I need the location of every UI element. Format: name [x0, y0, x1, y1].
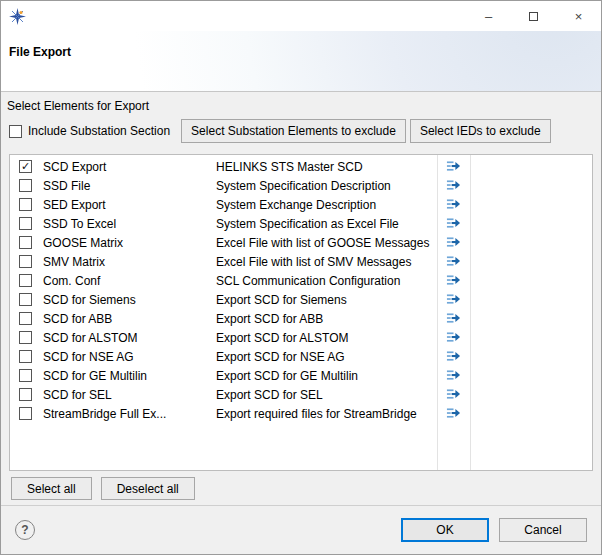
wizard-banner: File Export [1, 31, 601, 92]
row-description: System Exchange Description [216, 198, 437, 212]
ok-button[interactable]: OK [401, 518, 489, 542]
row-description: HELINKS STS Master SCD [216, 160, 437, 174]
minimize-icon[interactable]: – [466, 1, 511, 31]
page-title: File Export [9, 45, 601, 59]
close-icon[interactable]: × [556, 1, 601, 31]
row-description: Export SCD for SEL [216, 388, 437, 402]
export-icon[interactable] [446, 273, 461, 288]
export-icon[interactable] [446, 368, 461, 383]
titlebar: – × [1, 1, 601, 31]
row-checkbox[interactable] [19, 293, 32, 306]
row-name: Com. Conf [43, 274, 216, 288]
row-checkbox[interactable] [19, 407, 32, 420]
controls-row: Include Substation Section Select Substa… [9, 119, 593, 143]
row-checkbox[interactable] [19, 274, 32, 287]
export-icon[interactable] [446, 406, 461, 421]
row-description: Export SCD for ALSTOM [216, 331, 437, 345]
row-name: StreamBridge Full Ex... [43, 407, 216, 421]
export-icon[interactable] [446, 349, 461, 364]
select-all-button[interactable]: Select all [11, 477, 92, 500]
row-name: SMV Matrix [43, 255, 216, 269]
row-checkbox[interactable] [19, 179, 32, 192]
row-description: Export required files for StreamBridge [216, 407, 437, 421]
row-name: SCD for GE Multilin [43, 369, 216, 383]
group-label: Select Elements for Export [7, 99, 601, 113]
table-row[interactable]: SCD for ALSTOM Export SCD for ALSTOM [10, 328, 592, 347]
selection-buttons-row: Select all Deselect all [11, 477, 593, 500]
table-row[interactable]: SCD for ABB Export SCD for ABB [10, 309, 592, 328]
row-checkbox[interactable] [19, 388, 32, 401]
select-substation-elements-to-exclude-button[interactable]: Select Substation Elements to exclude [181, 119, 406, 143]
export-icon[interactable] [446, 197, 461, 212]
file-export-dialog: – × File Export Select Elements for Expo… [0, 0, 602, 555]
table-row[interactable]: SSD To Excel System Specification as Exc… [10, 214, 592, 233]
row-description: Export SCD for ABB [216, 312, 437, 326]
select-ieds-to-exclude-button[interactable]: Select IEDs to exclude [410, 119, 551, 143]
row-name: SCD for NSE AG [43, 350, 216, 364]
table-row[interactable]: Com. Conf SCL Communication Configuratio… [10, 271, 592, 290]
table-row[interactable]: StreamBridge Full Ex... Export required … [10, 404, 592, 423]
row-description: SCL Communication Configuration [216, 274, 437, 288]
row-description: Export SCD for NSE AG [216, 350, 437, 364]
row-name: SCD for ALSTOM [43, 331, 216, 345]
row-checkbox[interactable] [19, 255, 32, 268]
row-name: SCD Export [43, 160, 216, 174]
export-icon[interactable] [446, 387, 461, 402]
row-name: SCD for Siemens [43, 293, 216, 307]
row-checkbox[interactable] [19, 369, 32, 382]
row-description: System Specification as Excel File [216, 217, 437, 231]
row-name: GOOSE Matrix [43, 236, 216, 250]
row-name: SCD for SEL [43, 388, 216, 402]
table-row[interactable]: SCD for NSE AG Export SCD for NSE AG [10, 347, 592, 366]
table-row[interactable]: SCD for Siemens Export SCD for Siemens [10, 290, 592, 309]
table-row[interactable]: GOOSE Matrix Excel File with list of GOO… [10, 233, 592, 252]
table-row[interactable]: SSD File System Specification Descriptio… [10, 176, 592, 195]
cancel-button[interactable]: Cancel [499, 518, 587, 542]
footer: ? OK Cancel [1, 505, 601, 554]
row-name: SSD File [43, 179, 216, 193]
row-checkbox[interactable] [19, 217, 32, 230]
row-name: SCD for ABB [43, 312, 216, 326]
row-checkbox[interactable] [19, 350, 32, 363]
table-row[interactable]: SCD Export HELINKS STS Master SCD [10, 157, 592, 176]
export-table-body: SCD Export HELINKS STS Master SCD SSD Fi… [10, 155, 592, 423]
table-row[interactable]: SCD for SEL Export SCD for SEL [10, 385, 592, 404]
row-checkbox[interactable] [19, 198, 32, 211]
export-icon[interactable] [446, 292, 461, 307]
export-icon[interactable] [446, 216, 461, 231]
row-name: SSD To Excel [43, 217, 216, 231]
table-row[interactable]: SMV Matrix Excel File with list of SMV M… [10, 252, 592, 271]
export-icon[interactable] [446, 235, 461, 250]
row-description: System Specification Description [216, 179, 437, 193]
deselect-all-button[interactable]: Deselect all [101, 477, 195, 500]
export-icon[interactable] [446, 178, 461, 193]
checkbox-icon[interactable] [9, 125, 22, 138]
export-icon[interactable] [446, 311, 461, 326]
app-icon [9, 8, 26, 25]
table-row[interactable]: SED Export System Exchange Description [10, 195, 592, 214]
row-checkbox[interactable] [19, 236, 32, 249]
export-icon[interactable] [446, 254, 461, 269]
help-button[interactable]: ? [15, 520, 35, 540]
row-description: Export SCD for GE Multilin [216, 369, 437, 383]
include-substation-checkbox[interactable]: Include Substation Section [9, 124, 170, 138]
row-checkbox[interactable] [19, 331, 32, 344]
export-table: SCD Export HELINKS STS Master SCD SSD Fi… [9, 154, 593, 471]
row-description: Export SCD for Siemens [216, 293, 437, 307]
row-description: Excel File with list of SMV Messages [216, 255, 437, 269]
export-icon[interactable] [446, 330, 461, 345]
row-name: SED Export [43, 198, 216, 212]
row-checkbox[interactable] [19, 312, 32, 325]
row-checkbox[interactable] [19, 160, 32, 173]
include-substation-label: Include Substation Section [28, 124, 170, 138]
export-icon[interactable] [446, 159, 461, 174]
row-description: Excel File with list of GOOSE Messages [216, 236, 437, 250]
table-row[interactable]: SCD for GE Multilin Export SCD for GE Mu… [10, 366, 592, 385]
maximize-icon[interactable] [511, 1, 556, 31]
